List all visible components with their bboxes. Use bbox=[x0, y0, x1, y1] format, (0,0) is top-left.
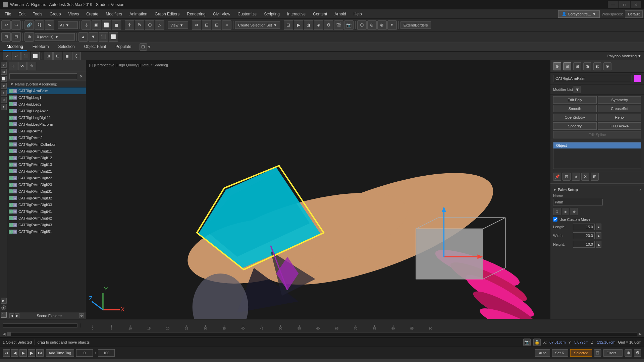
prev-key-button[interactable]: ⏮ bbox=[3, 349, 10, 357]
menu-scripting[interactable]: Scripting bbox=[261, 11, 283, 17]
scene-search-input[interactable] bbox=[9, 73, 77, 79]
extra-tool-1[interactable]: ⬡ bbox=[357, 20, 367, 30]
smooth-button[interactable]: Smooth bbox=[553, 105, 597, 112]
show-end-result-button[interactable]: ⊡ bbox=[562, 173, 571, 181]
configure-modifier-sets-button[interactable]: ⊞ bbox=[591, 173, 599, 181]
filters-button[interactable]: Filters... bbox=[603, 349, 623, 357]
expand-button[interactable]: ⊕ bbox=[625, 349, 632, 357]
layer-dropdown-btn[interactable]: ⊕ bbox=[24, 32, 34, 42]
list-item[interactable]: ○ ◈ CATRigRArmDigit21 bbox=[7, 168, 86, 175]
rp-create-tab[interactable]: ⊕ bbox=[553, 62, 561, 70]
select-lasso-button[interactable]: ⬜ bbox=[102, 20, 111, 30]
timeline-scrubber[interactable] bbox=[3, 323, 77, 327]
play-button[interactable]: ▶ bbox=[19, 349, 27, 357]
rotate-button[interactable]: ↻ bbox=[135, 20, 144, 30]
list-item[interactable]: ○ ◈ CATRigLArmPalm bbox=[7, 87, 86, 94]
height-input[interactable] bbox=[573, 241, 595, 248]
palm-setup-header[interactable]: ▼ Palm Setup × bbox=[553, 187, 641, 193]
material-editor-button[interactable]: ◈ bbox=[314, 20, 323, 30]
rp-hierarchy-tab[interactable]: ⊞ bbox=[573, 62, 581, 70]
spherify-button[interactable]: Spherify bbox=[553, 122, 597, 130]
relax-button[interactable]: Relax bbox=[598, 114, 642, 121]
select-move-button[interactable]: ✛ bbox=[125, 20, 134, 30]
render-settings-button[interactable]: ⚙ bbox=[324, 20, 333, 30]
rp-display-tab[interactable]: ◐ bbox=[593, 62, 601, 70]
hierarchy-button[interactable]: ⊞ bbox=[212, 20, 221, 30]
select-region-button[interactable]: ▣ bbox=[92, 20, 101, 30]
tab-modeling[interactable]: Modeling bbox=[3, 43, 27, 51]
height-up-button[interactable]: ▲ bbox=[596, 241, 601, 248]
palm-icon-btn1[interactable]: ⊡ bbox=[553, 208, 560, 215]
edit-spline-button[interactable]: Edit Spline bbox=[553, 131, 641, 138]
active-shade-button[interactable]: ◑ bbox=[304, 20, 313, 30]
list-item[interactable]: ○ ◈ CATRigRArm2 bbox=[7, 134, 86, 141]
menu-interactive[interactable]: Interactive bbox=[284, 11, 309, 17]
list-item[interactable]: ○ ◈ CATRigRArmDigit42 bbox=[7, 215, 86, 222]
rib-btn6[interactable]: ⊟ bbox=[53, 52, 62, 60]
scrubber-thumb[interactable] bbox=[7, 333, 11, 336]
menu-modifiers[interactable]: Modifiers bbox=[102, 11, 125, 17]
viewport[interactable]: [+] [Perspective] [High Quality] [Defaul… bbox=[86, 60, 550, 319]
palm-icon-btn2[interactable]: ◈ bbox=[562, 208, 569, 215]
total-frame-input[interactable] bbox=[98, 349, 115, 357]
render-setup-button[interactable]: ⊡ bbox=[284, 20, 293, 30]
workspace-default-button[interactable]: Default bbox=[625, 10, 643, 18]
list-item[interactable]: ○ ◈ CATRigRArmDigit33 bbox=[7, 201, 86, 208]
rib-btn7[interactable]: ◼ bbox=[63, 52, 71, 60]
palm-icon-btn3[interactable]: ⊕ bbox=[571, 208, 578, 215]
lv-btn4[interactable]: ⊕ bbox=[1, 83, 7, 89]
rp-utilities-tab[interactable]: ⊗ bbox=[603, 62, 611, 70]
rib-btn5[interactable]: ⊞ bbox=[44, 52, 53, 60]
current-frame-input[interactable] bbox=[76, 349, 93, 357]
list-item[interactable]: ○ ◈ CATRigRArmDigit12 bbox=[7, 155, 86, 161]
use-custom-mesh-checkbox[interactable] bbox=[553, 217, 557, 222]
menu-graph-editors[interactable]: Graph Editors bbox=[151, 11, 183, 17]
scene-search-clear-button[interactable]: ✕ bbox=[78, 74, 84, 79]
create-selection-set-button[interactable]: Create Selection Set ▼ bbox=[235, 21, 280, 29]
menu-help[interactable]: Help bbox=[350, 11, 365, 17]
lp-select-btn[interactable]: ⊹ bbox=[9, 62, 17, 70]
close-button[interactable]: ✕ bbox=[631, 1, 641, 8]
tab-object-paint[interactable]: Object Paint bbox=[80, 43, 110, 51]
tb2-btn2[interactable]: ⊟ bbox=[11, 32, 21, 42]
list-item[interactable]: ○ ◈ CATRigRArmDigit13 bbox=[7, 161, 86, 168]
tb2-extra1[interactable]: ▲ bbox=[78, 32, 88, 42]
lp-edit-btn[interactable]: ✎ bbox=[28, 62, 36, 70]
crease-set-button[interactable]: CreaseSet bbox=[598, 105, 642, 112]
list-item[interactable]: ○ ◈ CATRigRArmDigit41 bbox=[7, 208, 86, 215]
palm-name-input[interactable] bbox=[553, 199, 603, 205]
menu-file[interactable]: File bbox=[1, 11, 14, 17]
rp-motion-tab[interactable]: ◑ bbox=[583, 62, 591, 70]
remove-modifier-button[interactable]: ✕ bbox=[581, 173, 589, 181]
rib-btn8[interactable]: ⬡ bbox=[72, 52, 81, 60]
mirror-button[interactable]: ⇔ bbox=[192, 20, 201, 30]
menu-rendering[interactable]: Rendering bbox=[183, 11, 209, 17]
rp-modify-tab[interactable]: ⊟ bbox=[563, 62, 571, 70]
tb2-extra3[interactable]: ⬛ bbox=[99, 32, 108, 42]
next-frame-button[interactable]: ▶ bbox=[28, 349, 35, 357]
list-item[interactable]: ○ ◈ CATRigRArmDigit43 bbox=[7, 222, 86, 228]
edit-poly-button[interactable]: Edit Poly bbox=[553, 96, 597, 104]
open-subdiv-button[interactable]: OpenSubdiv bbox=[553, 114, 597, 121]
link-button[interactable]: 🔗 bbox=[24, 20, 34, 30]
rib-btn2[interactable]: ↙ bbox=[12, 52, 21, 60]
align-button[interactable]: ⊟ bbox=[202, 20, 211, 30]
lv-btn2[interactable]: ⊡ bbox=[1, 69, 7, 75]
selected-button[interactable]: Selected bbox=[570, 349, 592, 357]
rib-btn1[interactable]: ↗ bbox=[3, 52, 11, 60]
poly-modeling-label[interactable]: Polygon Modeling ▼ bbox=[607, 54, 641, 58]
render-frame-button[interactable]: ▶ bbox=[294, 20, 303, 30]
list-item[interactable]: ○ ◈ CATRigLLeg2 bbox=[7, 101, 86, 108]
modifier-list-dropdown-button[interactable]: ▼ bbox=[574, 86, 581, 93]
scroll-left-button[interactable]: ◀ bbox=[9, 313, 14, 318]
tb2-extra4[interactable]: ⬜ bbox=[109, 32, 118, 42]
menu-group[interactable]: Group bbox=[46, 11, 64, 17]
menu-customize[interactable]: Customize bbox=[234, 11, 260, 17]
list-item[interactable]: ○ ◈ CATRigRArmDigit31 bbox=[7, 188, 86, 195]
list-item[interactable]: ○ ◈ CATRigLLegPlatform bbox=[7, 121, 86, 128]
width-input[interactable] bbox=[573, 232, 595, 239]
lv-btn-play[interactable]: ▶ bbox=[1, 298, 7, 304]
settings-button[interactable]: ⚙ bbox=[634, 349, 641, 357]
pin-stack-button[interactable]: 📌 bbox=[553, 173, 561, 181]
lv-btn6[interactable]: ⊗ bbox=[1, 97, 7, 103]
